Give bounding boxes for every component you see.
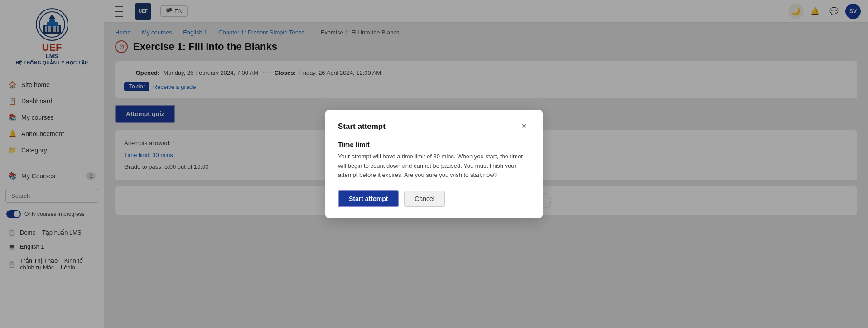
modal-close-button[interactable]: × <box>518 121 530 132</box>
modal-body-text: Your attempt will have a time limit of 3… <box>338 152 530 180</box>
start-attempt-button[interactable]: Start attempt <box>338 190 399 207</box>
modal-header: Start attempt × <box>338 121 530 132</box>
modal-actions: Start attempt Cancel <box>338 190 530 207</box>
modal-title: Start attempt <box>338 122 386 131</box>
modal-overlay[interactable]: Start attempt × Time limit Your attempt … <box>0 0 868 328</box>
cancel-button[interactable]: Cancel <box>404 191 445 207</box>
start-attempt-modal: Start attempt × Time limit Your attempt … <box>325 110 543 218</box>
modal-section-title: Time limit <box>338 141 530 148</box>
